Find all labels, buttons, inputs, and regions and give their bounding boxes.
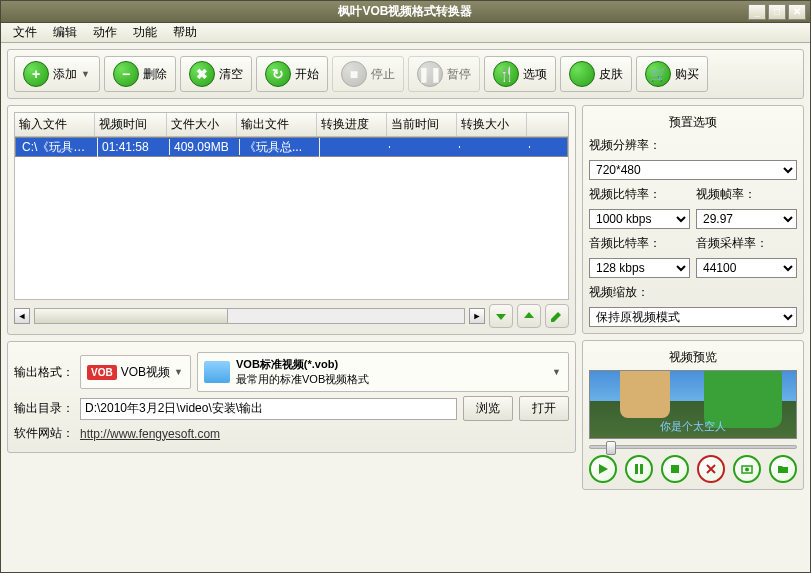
- column-header[interactable]: 输入文件: [15, 113, 95, 136]
- resolution-label: 视频分辨率：: [589, 135, 797, 156]
- snapshot-button[interactable]: [733, 455, 761, 483]
- output-dir-label: 输出目录：: [14, 400, 74, 417]
- output-format-label: 输出格式：: [14, 364, 74, 381]
- vbitrate-select[interactable]: 1000 kbps: [589, 209, 690, 229]
- toolbar: +添加▼−删除✖清空↻开始■停止❚❚暂停🍴选项皮肤🛒购买: [7, 49, 804, 99]
- format-desc-title: VOB标准视频(*.vob): [236, 357, 369, 372]
- pause-preview-button[interactable]: [625, 455, 653, 483]
- skin-button[interactable]: 皮肤: [560, 56, 632, 92]
- column-header[interactable]: 转换进度: [317, 113, 387, 136]
- resolution-select[interactable]: 720*480: [589, 160, 797, 180]
- asample-label: 音频采样率：: [696, 233, 797, 254]
- svg-rect-0: [671, 465, 679, 473]
- column-header[interactable]: 文件大小: [167, 113, 237, 136]
- presets-title: 预置选项: [589, 112, 797, 135]
- table-row[interactable]: C:\《玩具总...01:41:58409.09MB《玩具总...: [15, 137, 568, 157]
- website-link[interactable]: http://www.fengyesoft.com: [80, 427, 220, 441]
- vbitrate-label: 视频比特率：: [589, 184, 690, 205]
- svg-point-2: [745, 468, 749, 472]
- options-button-icon: 🍴: [493, 61, 519, 87]
- scrollbar-thumb[interactable]: [35, 309, 228, 323]
- output-format-selector[interactable]: VOB VOB视频 ▼: [80, 355, 191, 389]
- seek-thumb[interactable]: [606, 441, 616, 455]
- stop-preview-button[interactable]: [661, 455, 689, 483]
- options-button[interactable]: 🍴选项: [484, 56, 556, 92]
- column-header[interactable]: 输出文件: [237, 113, 317, 136]
- maximize-button[interactable]: □: [768, 4, 786, 20]
- presets-panel: 预置选项 视频分辨率： 720*480 视频比特率： 视频帧率： 1000 kb…: [582, 105, 804, 334]
- chevron-down-icon: ▼: [174, 367, 184, 377]
- minimize-button[interactable]: _: [748, 4, 766, 20]
- delete-button[interactable]: −删除: [104, 56, 176, 92]
- scale-select[interactable]: 保持原视频模式: [589, 307, 797, 327]
- preview-video[interactable]: 你是个太空人: [589, 370, 797, 439]
- column-header[interactable]: 转换大小: [457, 113, 527, 136]
- chevron-down-icon: ▼: [81, 69, 91, 79]
- clear-button-icon: ✖: [189, 61, 215, 87]
- stop-button: ■停止: [332, 56, 404, 92]
- preview-subtitle: 你是个太空人: [590, 419, 796, 434]
- column-header[interactable]: 当前时间: [387, 113, 457, 136]
- output-format-value: VOB视频: [121, 364, 170, 381]
- chevron-down-icon: ▼: [552, 367, 562, 377]
- buy-button-icon: 🛒: [645, 61, 671, 87]
- add-button-icon: +: [23, 61, 49, 87]
- pause-button-icon: ❚❚: [417, 61, 443, 87]
- scroll-right-button[interactable]: ►: [469, 308, 485, 324]
- play-button[interactable]: [589, 455, 617, 483]
- folder-icon: [204, 361, 230, 383]
- scroll-left-button[interactable]: ◄: [14, 308, 30, 324]
- vob-icon: VOB: [87, 365, 117, 380]
- scrollbar-track[interactable]: [34, 308, 465, 324]
- titlebar: 枫叶VOB视频格式转换器 _ □ ✕: [1, 1, 810, 23]
- fps-label: 视频帧率：: [696, 184, 797, 205]
- buy-button[interactable]: 🛒购买: [636, 56, 708, 92]
- start-button[interactable]: ↻开始: [256, 56, 328, 92]
- table-body[interactable]: C:\《玩具总...01:41:58409.09MB《玩具总...: [14, 137, 569, 300]
- asample-select[interactable]: 44100: [696, 258, 797, 278]
- menu-file[interactable]: 文件: [5, 22, 45, 43]
- column-header[interactable]: 视频时间: [95, 113, 167, 136]
- delete-button-icon: −: [113, 61, 139, 87]
- menu-action[interactable]: 动作: [85, 22, 125, 43]
- move-up-button[interactable]: [517, 304, 541, 328]
- format-desc-sub: 最常用的标准VOB视频格式: [236, 372, 369, 387]
- preview-title: 视频预览: [589, 347, 797, 370]
- edit-button[interactable]: [545, 304, 569, 328]
- folder-preview-button[interactable]: [769, 455, 797, 483]
- format-description[interactable]: VOB标准视频(*.vob) 最常用的标准VOB视频格式 ▼: [197, 352, 569, 392]
- output-dir-input[interactable]: [80, 398, 457, 420]
- menubar: 文件 编辑 动作 功能 帮助: [1, 23, 810, 43]
- preview-panel: 视频预览 你是个太空人: [582, 340, 804, 490]
- cancel-preview-button[interactable]: [697, 455, 725, 483]
- start-button-icon: ↻: [265, 61, 291, 87]
- open-button[interactable]: 打开: [519, 396, 569, 421]
- browse-button[interactable]: 浏览: [463, 396, 513, 421]
- file-table-panel: 输入文件视频时间文件大小输出文件转换进度当前时间转换大小 C:\《玩具总...0…: [7, 105, 576, 335]
- add-button[interactable]: +添加▼: [14, 56, 100, 92]
- skin-button-icon: [569, 61, 595, 87]
- menu-edit[interactable]: 编辑: [45, 22, 85, 43]
- scale-label: 视频缩放：: [589, 282, 797, 303]
- table-header: 输入文件视频时间文件大小输出文件转换进度当前时间转换大小: [14, 112, 569, 137]
- window-title: 枫叶VOB视频格式转换器: [338, 3, 472, 20]
- close-button[interactable]: ✕: [788, 4, 806, 20]
- abitrate-label: 音频比特率：: [589, 233, 690, 254]
- clear-button[interactable]: ✖清空: [180, 56, 252, 92]
- seek-slider[interactable]: [589, 445, 797, 449]
- fps-select[interactable]: 29.97: [696, 209, 797, 229]
- move-down-button[interactable]: [489, 304, 513, 328]
- pause-button: ❚❚暂停: [408, 56, 480, 92]
- abitrate-select[interactable]: 128 kbps: [589, 258, 690, 278]
- output-panel: 输出格式： VOB VOB视频 ▼ VOB标准视频(*.vob) 最常用的标准V…: [7, 341, 576, 453]
- menu-help[interactable]: 帮助: [165, 22, 205, 43]
- menu-function[interactable]: 功能: [125, 22, 165, 43]
- website-label: 软件网站：: [14, 425, 74, 442]
- stop-button-icon: ■: [341, 61, 367, 87]
